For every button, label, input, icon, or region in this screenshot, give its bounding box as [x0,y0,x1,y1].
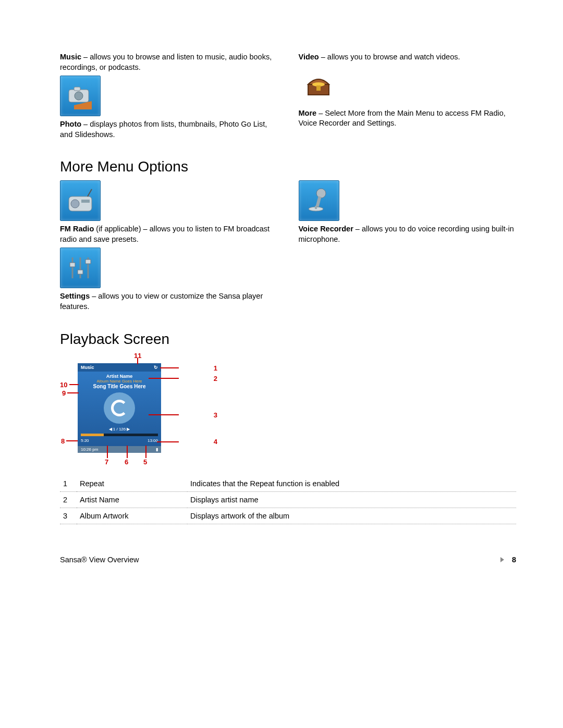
svg-rect-2 [74,87,80,91]
pb-header-label: Music [81,365,94,370]
callout-3: 3 [214,411,217,419]
callout-2: 2 [214,375,217,382]
ref-num: 2 [60,491,77,508]
microphone-icon [303,185,335,216]
document-page: Music – allows you to browse and listen … [0,0,563,579]
pb-progress [81,434,158,436]
voice-icon-tile [299,180,339,221]
svg-point-1 [75,92,83,100]
ref-label: Repeat [77,476,187,492]
battery-icon: ▮ [156,447,158,452]
table-row: 1 Repeat Indicates that the Repeat funct… [60,476,516,492]
reference-table: 1 Repeat Indicates that the Repeat funct… [60,476,516,524]
video-desc: Video – allows you to browse and watch v… [299,52,517,63]
svg-rect-13 [70,263,75,267]
fm-radio-icon-tile [60,180,101,221]
pb-track-counter: ◀ 1 / 126 ▶ [81,427,158,431]
page-footer: Sansa® View Overview 8 [60,556,516,564]
more-desc: More – Select More from the Main Menu to… [299,108,517,129]
photo-icon-tile [60,76,101,116]
ref-desc: Displays artwork of the album [187,508,516,524]
ref-desc: Displays artist name [187,491,516,508]
playback-screen: Music ↻ Artist Name Album Name Goes Here… [78,363,161,453]
svg-point-16 [316,189,326,198]
svg-rect-5 [316,85,321,91]
svg-rect-15 [85,260,91,264]
callout-9: 9 [62,389,66,397]
footer-title: Sansa® View Overview [60,556,139,564]
pb-footer: 10:26 pm ▮ [78,446,161,453]
page-number: 8 [512,556,516,564]
pb-time-total: 13:00 [148,438,158,443]
equalizer-icon [65,252,96,283]
svg-marker-20 [500,557,504,562]
ref-label: Artist Name [77,491,187,508]
heading-more-menu: More Menu Options [60,158,516,175]
more-row: FM Radio (if applicable) – allows you to… [60,178,516,315]
ref-num: 3 [60,508,77,524]
repeat-indicator-icon: ↻ [154,365,158,370]
callout-6: 6 [125,458,128,466]
svg-rect-17 [315,196,321,207]
pb-clock: 10:26 pm [81,447,98,452]
photo-desc: Photo – displays photos from lists, thum… [60,119,278,140]
callout-8: 8 [61,437,65,445]
settings-icon-tile [60,248,101,288]
fm-desc: FM Radio (if applicable) – allows you to… [60,224,278,244]
more-right-col: Voice Recorder – allows you to do voice … [299,178,517,315]
more-left-col: FM Radio (if applicable) – allows you to… [60,178,278,315]
pb-album-art [104,392,135,424]
svg-rect-14 [78,270,83,274]
callout-1: 1 [214,364,217,372]
playback-diagram: 11 1 2 3 4 5 6 7 8 9 10 Music ↻ Artist N… [60,352,224,468]
pb-header: Music ↻ [78,363,161,372]
top-row: Music – allows you to browse and listen … [60,52,516,143]
callout-4: 4 [214,438,217,446]
top-left-col: Music – allows you to browse and listen … [60,52,278,143]
table-row: 2 Artist Name Displays artist name [60,491,516,508]
radio-icon [65,185,96,216]
camera-icon [65,80,96,112]
svg-rect-8 [81,200,90,203]
treasure-chest-icon [303,70,334,101]
pb-artist: Artist Name [81,374,158,379]
top-right-col: Video – allows you to browse and watch v… [299,52,517,143]
music-desc: Music – allows you to browse and listen … [60,52,278,72]
svg-point-7 [71,200,79,208]
more-icon-tile [299,66,338,105]
pb-song: Song Title Goes Here [81,384,158,389]
ref-desc: Indicates that the Repeat function is en… [187,476,516,492]
ref-label: Album Artwork [77,508,187,524]
settings-desc: Settings – allows you to view or customi… [60,291,278,312]
page-arrow-icon [499,557,505,563]
ref-num: 1 [60,476,77,492]
svg-line-9 [88,189,92,196]
callout-5: 5 [143,458,147,466]
heading-playback: Playback Screen [60,331,516,348]
pb-time-elapsed: 5:20 [81,438,89,443]
pb-album: Album Name Goes Here [81,379,158,384]
table-row: 3 Album Artwork Displays artwork of the … [60,508,516,524]
callout-7: 7 [105,458,108,466]
svg-rect-19 [315,206,317,209]
voice-desc: Voice Recorder – allows you to do voice … [299,224,517,244]
callout-10: 10 [60,381,67,389]
